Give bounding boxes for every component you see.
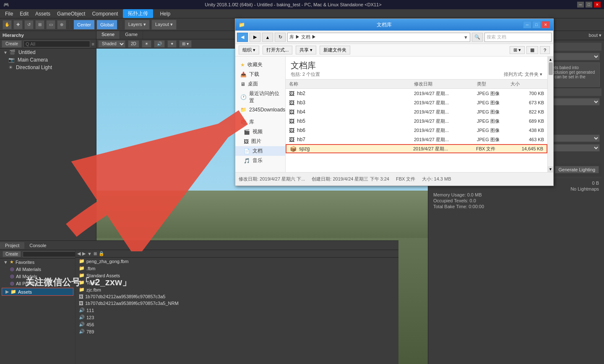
project-file-zjc[interactable]: 📁 zjc.fbm [76,286,398,293]
sidebar-assets[interactable]: ▶ 📁 Assets [2,288,73,296]
project-lock-icon[interactable]: 🔒 [99,251,104,256]
sidebar-all-models[interactable]: ◎ All Models [0,273,75,280]
fe-minimize-button[interactable]: ─ [523,21,531,28]
project-file-peng-zha-gong[interactable]: 📁 peng_zha_gong.fbm [76,258,398,265]
project-file-789[interactable]: 🔊 789 [76,328,398,335]
hierarchy-item-untitled[interactable]: ▼ 🎬 Untitled [0,49,96,56]
fe-forward-button[interactable]: ▶ [250,33,260,42]
fe-view-options-button[interactable]: ⊞ ▾ [510,46,525,54]
project-create-button[interactable]: Create [3,251,21,257]
maximize-button[interactable]: □ [586,2,592,8]
fe-file-item-hb4[interactable]: 🖼 hb4 2019/4/27 星期... JPEG 图像 822 KB [286,107,547,116]
fe-sidebar-desktop[interactable]: 🖥 桌面 [235,79,285,89]
fe-sidebar-recent[interactable]: 🕐 最近访问的位置 [235,89,285,106]
scene-2d-button[interactable]: 2D [128,40,139,48]
project-file-1b707-nrm[interactable]: 🖼 1b707db24212aa95389f6c970857c3a5_NRM [76,300,398,307]
project-file-standard-assets[interactable]: 📁 Standard Assets [76,272,398,279]
menu-help[interactable]: Help [156,10,174,18]
project-file-1b707[interactable]: 🖼 1b707db24212aa95389f6c970857c3a5 [76,293,398,300]
fe-close-button[interactable]: ✕ [542,21,550,28]
menu-file[interactable]: File [2,10,16,18]
fe-maximize-button[interactable]: □ [532,21,541,28]
fe-scroll-track[interactable] [548,62,553,166]
hierarchy-item-main-camera[interactable]: 📷 Main Camera [0,56,96,64]
fe-share-button[interactable]: 共享 ▾ [296,46,316,54]
fe-sort-label[interactable]: 排列方式: 文件夹 ▾ [504,71,542,77]
fe-file-item-hb7[interactable]: 🖼 hb7 2019/4/27 星期... JPEG 图像 463 KB [286,135,547,144]
sidebar-all-prefabs[interactable]: ◎ All Prefabs [0,280,75,287]
tab-project[interactable]: Project [0,242,24,249]
fe-sidebar-library[interactable]: 📚 库 [235,117,285,127]
fe-back-button[interactable]: ◀ [237,33,248,42]
fe-file-item-spzg[interactable]: 📦 spzg 2019/4/27 星期... FBX 文件 14,645 KB [286,144,547,153]
scene-light-button[interactable]: ☀ [142,40,151,48]
tab-console[interactable]: Console [24,242,51,249]
tab-game[interactable]: Game [120,31,143,39]
fe-sidebar-video[interactable]: 🎬 视频 [235,127,285,137]
fe-search-btn[interactable]: 🔍 [472,33,483,42]
project-back-icon[interactable]: ◀ [77,251,81,256]
menu-gameobject[interactable]: GameObject [54,10,89,18]
fe-file-item-hb6[interactable]: 🖼 hb6 2019/4/27 星期... JPEG 图像 438 KB [286,126,547,135]
project-search-input[interactable] [23,251,76,257]
transform-tool-button[interactable]: ⊕ [57,20,66,29]
fe-up-button[interactable]: ▲ [262,33,273,42]
fe-open-button[interactable]: 打开方式... [263,46,292,54]
global-button[interactable]: Global [96,20,117,30]
sidebar-all-materials[interactable]: ◎ All Materials [0,266,75,273]
move-tool-button[interactable]: ✚ [13,20,23,29]
rotate-tool-button[interactable]: ↺ [24,20,34,29]
fe-newfolder-button[interactable]: 新建文件夹 [320,46,350,54]
layers-button[interactable]: Layers ▾ [125,20,150,30]
hierarchy-options-icon[interactable]: ≡ [92,41,94,46]
menu-upload[interactable]: 拓扑上传 [123,9,153,18]
shading-select[interactable]: Shaded [98,40,125,48]
rect-tool-button[interactable]: ▭ [46,20,55,29]
scene-fx-button[interactable]: ✦ [167,40,177,48]
fe-sidebar-music[interactable]: 🎵 音乐 [235,156,285,165]
fe-help-icon[interactable]: ? [540,46,550,54]
layout-button[interactable]: Layout ▾ [151,20,177,30]
project-history-icon[interactable]: ▼ [87,251,92,256]
fe-file-item-hb5[interactable]: 🖼 hb5 2019/4/27 星期... JPEG 图像 689 KB [286,116,547,126]
hierarchy-search-input[interactable] [23,41,90,47]
project-file-456[interactable]: 🔊 456 [76,321,398,328]
scene-audio-button[interactable]: 🔊 [154,40,165,48]
hierarchy-create-button[interactable]: Create [2,40,22,48]
hierarchy-item-directional-light[interactable]: ☀ Directional Light [0,64,96,71]
fe-file-item-hb3[interactable]: 🖼 hb3 2019/4/27 星期... JPEG 图像 673 KB [286,98,547,107]
generate-lighting-button[interactable]: Generate Lighting [555,166,599,173]
menu-assets[interactable]: Assets [32,10,54,18]
fe-scroll-down[interactable]: ▼ [548,166,553,172]
minimize-button[interactable]: ─ [577,2,584,8]
fe-organize-button[interactable]: 组织 ▾ [239,46,259,54]
tab-scene[interactable]: Scene [96,31,120,39]
menu-edit[interactable]: Edit [16,10,32,18]
fe-search-bar[interactable]: 搜索 文档 [484,33,552,42]
close-button[interactable]: ✕ [594,2,601,8]
project-file-123[interactable]: 🔊 123 [76,314,398,321]
fe-sidebar-docs[interactable]: 📄 文档 [235,146,285,156]
right-panel-options[interactable]: bout ▾ [589,33,601,38]
fe-sidebar-download[interactable]: 📥 下载 [235,70,285,79]
scale-tool-button[interactable]: ⊞ [35,20,44,29]
center-button[interactable]: Center [73,20,95,30]
fe-file-item-hb2[interactable]: 🖼 hb2 2019/4/27 星期... JPEG 图像 700 KB [286,89,547,98]
project-file-town[interactable]: 📁 Town [76,279,398,286]
fe-refresh-button[interactable]: ↻ [275,33,286,42]
fe-address-bar[interactable]: 库 ▶ 文档 ▶ ▼ [287,33,470,42]
fe-sidebar-pics[interactable]: 🖼 图片 [235,137,285,146]
menu-component[interactable]: Component [89,10,121,18]
hand-tool-button[interactable]: ✋ [3,20,12,29]
fe-preview-button[interactable]: ▦ [526,46,538,54]
fe-scroll-thumb[interactable] [549,62,553,75]
fe-scroll-up[interactable]: ▲ [548,57,553,62]
fe-sidebar-2345[interactable]: 📁 2345Downloads [235,106,285,114]
project-file-fbm[interactable]: 📁 .fbm [76,265,398,272]
scene-settings-button[interactable]: ⊞ ▾ [179,40,192,48]
project-file-111[interactable]: 🔊 111 [76,307,398,314]
fe-scrollbar[interactable]: ▲ ▼ [547,57,553,172]
fe-file-size-hb2: 700 KB [510,91,544,96]
fe-sidebar-favorites[interactable]: ★ 收藏夹 [235,60,285,70]
project-forward-icon[interactable]: ▶ [82,251,86,256]
